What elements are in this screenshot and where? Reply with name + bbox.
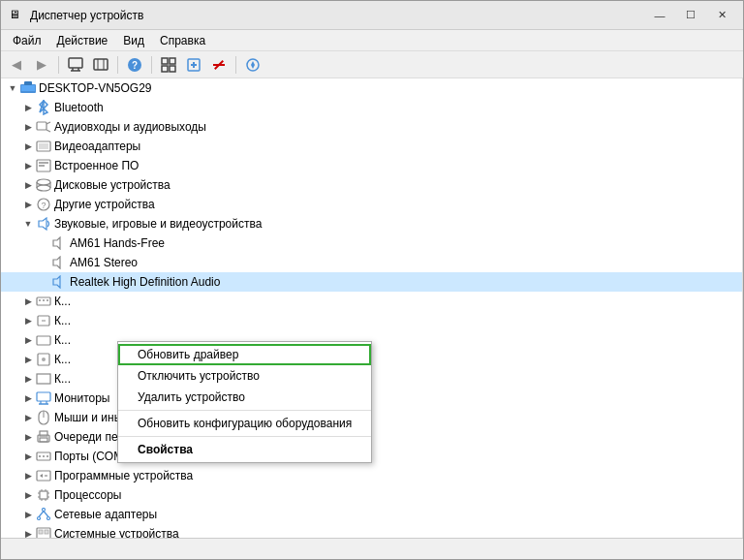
expand-firmware[interactable]: ▶ bbox=[20, 158, 36, 173]
menu-bar: Файл Действие Вид Справка bbox=[1, 30, 743, 51]
tree-item-other[interactable]: ▶ ? Другие устройства bbox=[1, 195, 742, 214]
expand-audio[interactable]: ▶ bbox=[20, 119, 36, 135]
toolbar-sep-1 bbox=[58, 56, 59, 74]
expand-k5[interactable]: ▶ bbox=[20, 371, 36, 387]
k2-label: К... bbox=[54, 314, 71, 327]
tree-item-firmware[interactable]: ▶ Встроенное ПО bbox=[1, 156, 742, 175]
title-bar: 🖥 Диспетчер устройств — ☐ ✕ bbox=[1, 1, 743, 30]
expand-cpu[interactable]: ▶ bbox=[20, 487, 36, 503]
network-icon bbox=[36, 507, 51, 522]
k3-label: К... bbox=[54, 333, 71, 347]
svg-point-32 bbox=[37, 179, 50, 185]
toolbar-btn-3[interactable] bbox=[157, 54, 180, 76]
tree-item-audio[interactable]: ▶ Аудиовходы и аудиовыходы bbox=[1, 117, 742, 137]
expand-disk[interactable]: ▶ bbox=[20, 177, 36, 193]
minimize-button[interactable]: — bbox=[646, 6, 673, 25]
tree-item-sound[interactable]: ▼ Звуковые, игровые и видеоустройства bbox=[1, 214, 742, 233]
printer-icon bbox=[36, 429, 51, 445]
expand-k4[interactable]: ▶ bbox=[20, 352, 36, 367]
k4-label: К... bbox=[54, 353, 71, 366]
cpu-label: Процессоры bbox=[54, 488, 122, 502]
expand-system[interactable]: ▶ bbox=[20, 526, 36, 538]
monitor-icon bbox=[36, 390, 51, 406]
toolbar-btn-scan[interactable] bbox=[241, 54, 264, 76]
svg-line-79 bbox=[39, 512, 44, 517]
expand-monitor[interactable]: ▶ bbox=[20, 390, 36, 406]
ctx-update-driver[interactable]: Обновить драйвер bbox=[118, 344, 371, 365]
tree-item-k1[interactable]: ▶ К... bbox=[1, 292, 742, 311]
expand-video[interactable]: ▶ bbox=[20, 139, 36, 154]
menu-help[interactable]: Справка bbox=[152, 32, 213, 49]
svg-marker-41 bbox=[53, 276, 60, 288]
toolbar-btn-4[interactable] bbox=[182, 54, 205, 76]
bluetooth-label: Bluetooth bbox=[54, 101, 104, 114]
svg-point-62 bbox=[39, 455, 41, 457]
expand-software[interactable]: ▶ bbox=[20, 468, 36, 483]
expand-other[interactable]: ▶ bbox=[20, 197, 36, 212]
expand-root[interactable]: ▼ bbox=[5, 80, 20, 96]
tree-item-bluetooth[interactable]: ▶ Bluetooth bbox=[1, 98, 742, 117]
close-button[interactable]: ✕ bbox=[708, 6, 735, 25]
toolbar-btn-5[interactable] bbox=[207, 54, 231, 76]
expand-k2[interactable]: ▶ bbox=[20, 313, 36, 328]
svg-rect-65 bbox=[37, 471, 50, 481]
root-label: DESKTOP-VN5OG29 bbox=[39, 81, 151, 95]
expand-print[interactable]: ▶ bbox=[20, 429, 36, 445]
svg-marker-39 bbox=[53, 237, 60, 249]
ctx-properties[interactable]: Свойства bbox=[118, 439, 371, 460]
svg-rect-12 bbox=[170, 66, 175, 72]
realtek-label: Realtek High Definition Audio bbox=[70, 275, 220, 289]
tree-item-network[interactable]: ▶ Сетевые адаптеры bbox=[1, 505, 742, 524]
menu-view[interactable]: Вид bbox=[115, 32, 152, 49]
expand-ports[interactable]: ▶ bbox=[20, 449, 36, 464]
tree-root[interactable]: ▼ DESKTOP-VN5OG29 bbox=[1, 78, 742, 98]
tree-panel[interactable]: ▼ DESKTOP-VN5OG29 ▶ Bluetooth ▶ bbox=[1, 78, 743, 538]
status-bar bbox=[1, 538, 743, 559]
forward-button[interactable]: ▶ bbox=[30, 54, 53, 76]
tree-item-system[interactable]: ▶ Системные устройства bbox=[1, 524, 742, 538]
sound-label: Звуковые, игровые и видеоустройства bbox=[54, 217, 262, 231]
software-label: Программные устройства bbox=[54, 469, 193, 482]
menu-file[interactable]: Файл bbox=[5, 32, 49, 49]
svg-rect-44 bbox=[43, 299, 45, 301]
tree-item-video[interactable]: ▶ Видеоадаптеры bbox=[1, 137, 742, 156]
maximize-button[interactable]: ☐ bbox=[677, 6, 704, 25]
tree-item-realtek[interactable]: ▶ Realtek High Definition Audio bbox=[1, 272, 742, 292]
svg-rect-31 bbox=[39, 165, 45, 167]
svg-point-35 bbox=[37, 185, 50, 191]
tree-item-cpu[interactable]: ▶ Процессоры bbox=[1, 485, 742, 505]
tree-item-software[interactable]: ▶ Программные устройства bbox=[1, 466, 742, 485]
expand-sound[interactable]: ▼ bbox=[20, 216, 36, 232]
expand-k3[interactable]: ▶ bbox=[20, 332, 36, 348]
system-label: Системные устройства bbox=[54, 527, 179, 538]
svg-point-64 bbox=[46, 455, 48, 457]
back-button[interactable]: ◀ bbox=[5, 54, 28, 76]
expand-k1[interactable]: ▶ bbox=[20, 294, 36, 309]
svg-rect-20 bbox=[24, 81, 32, 85]
expand-network[interactable]: ▶ bbox=[20, 507, 36, 522]
ctx-scan-hardware[interactable]: Обновить конфигурацию оборудования bbox=[118, 413, 371, 434]
tree-item-k2[interactable]: ▶ К... bbox=[1, 311, 742, 330]
svg-rect-30 bbox=[39, 162, 48, 164]
tree-item-am61-stereo[interactable]: ▶ AM61 Stereo bbox=[1, 253, 742, 272]
toolbar-sep-2 bbox=[117, 56, 118, 74]
svg-rect-21 bbox=[21, 85, 35, 91]
svg-rect-28 bbox=[39, 143, 48, 149]
expand-mouse[interactable]: ▶ bbox=[20, 410, 36, 425]
svg-marker-40 bbox=[53, 257, 60, 268]
k3-icon bbox=[36, 332, 51, 348]
svg-rect-83 bbox=[45, 530, 48, 534]
bluetooth-icon bbox=[36, 100, 51, 115]
toolbar-btn-help[interactable]: ? bbox=[123, 54, 146, 76]
expand-bluetooth[interactable]: ▶ bbox=[20, 100, 36, 115]
ctx-disable-device[interactable]: Отключить устройство bbox=[118, 365, 371, 387]
ctx-uninstall-device[interactable]: Удалить устройство bbox=[118, 387, 371, 408]
tree-item-am61-hf[interactable]: ▶ AM61 Hands-Free bbox=[1, 233, 742, 253]
tree-item-disk[interactable]: ▶ Дисковые устройства bbox=[1, 175, 742, 195]
menu-action[interactable]: Действие bbox=[49, 32, 116, 49]
svg-rect-45 bbox=[46, 299, 48, 301]
toolbar-btn-1[interactable] bbox=[64, 54, 87, 76]
toolbar-btn-2[interactable] bbox=[89, 54, 112, 76]
disk-label: Дисковые устройства bbox=[54, 178, 170, 192]
content-area: ▼ DESKTOP-VN5OG29 ▶ Bluetooth ▶ bbox=[1, 78, 743, 538]
